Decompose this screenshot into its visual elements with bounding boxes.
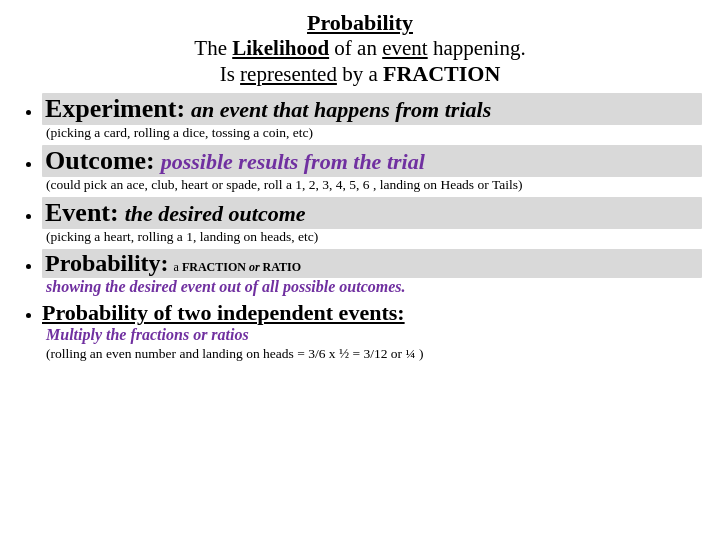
outcome-desc: possible results from the trial: [161, 149, 425, 175]
independent-row: Probability of two independent events:: [42, 300, 702, 326]
title-represented-word: represented: [240, 62, 337, 86]
title-happening: happening.: [428, 36, 526, 60]
probability-showing: showing the desired event out of all pos…: [46, 278, 702, 296]
probability-desc: a FRACTION or RATIO: [174, 260, 301, 275]
list-item-event: Event: the desired outcome (picking a he…: [42, 197, 702, 245]
event-row: Event: the desired outcome: [42, 197, 702, 229]
outcome-term: Outcome:: [45, 146, 155, 176]
experiment-row: Experiment: an event that happens from t…: [42, 93, 702, 125]
title-probability: Probability: [18, 10, 702, 36]
title-likelihood: The Likelihood of an event happening.: [18, 36, 702, 61]
title-represented: Is represented by a FRACTION: [18, 61, 702, 87]
event-sub: (picking a heart, rolling a 1, landing o…: [46, 229, 702, 245]
probability-term: Probability:: [45, 250, 169, 277]
experiment-term: Experiment:: [45, 94, 185, 124]
title-fraction-word: FRACTION: [383, 61, 500, 86]
bottom-line: (rolling an even number and landing on h…: [46, 346, 702, 362]
outcome-row: Outcome: possible results from the trial: [42, 145, 702, 177]
probability-row: Probability: a FRACTION or RATIO: [42, 249, 702, 278]
list-item-experiment: Experiment: an event that happens from t…: [42, 93, 702, 141]
experiment-sub: (picking a card, rolling a dice, tossing…: [46, 125, 702, 141]
experiment-desc: an event that happens from trials: [191, 97, 491, 123]
title-by-a: by a: [337, 62, 383, 86]
title-section: Probability The Likelihood of an event h…: [18, 10, 702, 87]
content-list: Experiment: an event that happens from t…: [18, 93, 702, 362]
title-the: The: [194, 36, 232, 60]
multiply-line: Multiply the fractions or ratios: [46, 326, 702, 344]
event-desc: the desired outcome: [125, 201, 306, 227]
title-likelihood-word: Likelihood: [232, 36, 329, 60]
event-term: Event:: [45, 198, 119, 228]
title-event-word: event: [382, 36, 427, 60]
list-item-outcome: Outcome: possible results from the trial…: [42, 145, 702, 193]
list-item-independent: Probability of two independent events: M…: [42, 300, 702, 362]
independent-term: Probability of two independent events:: [42, 300, 405, 326]
title-is: Is: [220, 62, 240, 86]
outcome-sub: (could pick an ace, club, heart or spade…: [46, 177, 702, 193]
title-of-an: of an: [329, 36, 382, 60]
list-item-probability: Probability: a FRACTION or RATIO showing…: [42, 249, 702, 296]
